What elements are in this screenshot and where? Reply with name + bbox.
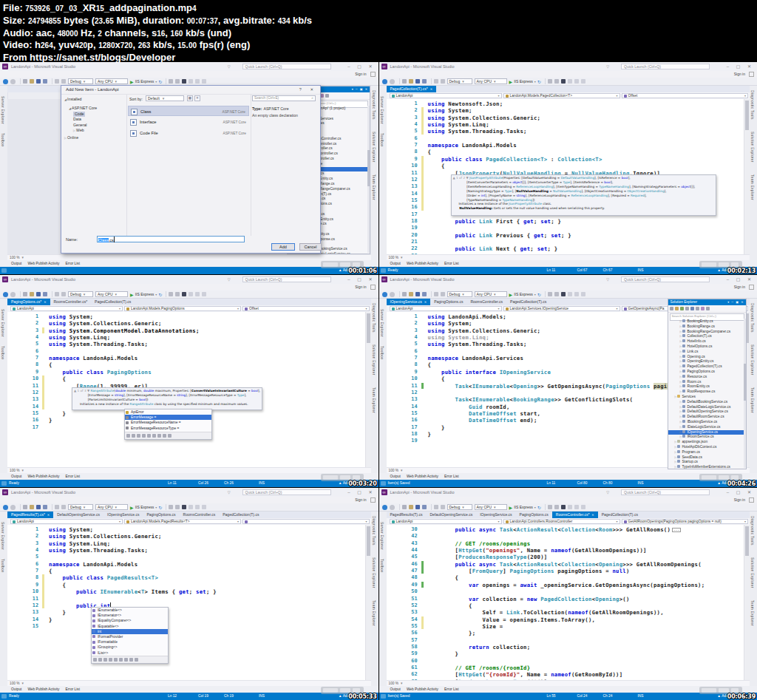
tool-icon[interactable] — [169, 79, 173, 84]
se-tool-icon[interactable] — [690, 307, 694, 310]
completion-item[interactable]: ErrorMessageResourceType = — [125, 426, 211, 431]
filter-icon[interactable] — [157, 434, 161, 438]
run-icon[interactable]: ▶ — [130, 79, 134, 84]
tree-item[interactable]: ▷Opening.cs — [668, 355, 744, 360]
completion-item[interactable]: IList<> — [92, 650, 168, 656]
document-tab[interactable]: PagingOptions.cs — [430, 299, 466, 305]
refresh-icon[interactable]: ↻ — [158, 505, 162, 510]
zoom-level[interactable]: 100 % — [389, 469, 399, 472]
filter-icon[interactable] — [98, 658, 102, 662]
tree-item[interactable]: ▷IRoomService.cs — [668, 435, 744, 440]
filter-icon[interactable] — [137, 434, 140, 438]
forward-button-icon[interactable] — [390, 292, 395, 297]
document-tab[interactable]: RoomsController.cs — [180, 512, 220, 518]
quick-launch-input[interactable]: Quick Launch (Ctrl+Q) — [242, 489, 331, 495]
refresh-icon[interactable]: ↻ — [158, 292, 162, 297]
tree-item[interactable]: ▷HotelApiDbContext.cs — [668, 445, 744, 450]
comment-icon[interactable] — [182, 292, 186, 296]
debug-config-dropdown[interactable]: Debug▾ — [447, 291, 472, 297]
new-file-icon[interactable] — [402, 505, 407, 509]
filter-icon[interactable] — [109, 658, 112, 662]
tree-item[interactable]: ▷Services — [668, 395, 744, 400]
save-icon[interactable] — [415, 292, 420, 296]
forward-button-icon[interactable] — [10, 79, 16, 84]
template-item[interactable]: Code FileASP.NET Core — [128, 128, 249, 138]
se-scrollbar-thumb[interactable] — [367, 150, 370, 187]
name-input[interactable]: Class.cs — [97, 236, 245, 242]
tree-item[interactable]: ▷TypeInfoMemberExtensions.cs — [668, 465, 744, 469]
sidebar-tab-server-explorer[interactable]: Server Explorer — [1, 96, 4, 124]
se-tool-icon[interactable] — [696, 307, 699, 310]
save-all-icon[interactable] — [422, 292, 427, 296]
window-buttons[interactable]: – ▢ ✕ — [727, 276, 754, 282]
window-buttons[interactable]: – ▢ ✕ — [347, 489, 375, 495]
tool-icon[interactable] — [581, 292, 585, 296]
save-icon[interactable] — [415, 505, 420, 509]
tool-icon[interactable] — [195, 505, 200, 509]
se-scrollbar-thumb[interactable] — [744, 364, 746, 401]
tool-icon[interactable] — [574, 292, 579, 296]
notification-flag-icon[interactable]: ▽ — [228, 64, 231, 69]
refresh-icon[interactable]: ↻ — [537, 505, 541, 510]
back-button-icon[interactable] — [3, 505, 8, 510]
undo-icon[interactable] — [434, 292, 438, 296]
bottom-tab[interactable]: Web Publish Activity — [27, 475, 59, 478]
filter-icon[interactable] — [114, 658, 118, 662]
filter-icon[interactable] — [152, 434, 156, 438]
tool-icon[interactable] — [195, 292, 200, 296]
tool-icon[interactable] — [169, 505, 173, 509]
tree-item[interactable]: ▷PagedCollection(T).cs — [668, 364, 744, 370]
dialog-title-buttons[interactable]: ? ✕ — [299, 86, 317, 94]
iis-express-label[interactable]: IIS Express — [135, 505, 155, 509]
sidebar-tab-solution-explorer[interactable]: Solution Explorer — [750, 132, 754, 163]
back-button-icon[interactable] — [382, 79, 387, 84]
completion-item[interactable]: IGrouping<> — [92, 645, 168, 650]
open-file-icon[interactable] — [409, 79, 413, 84]
refresh-icon[interactable]: ↻ — [537, 292, 541, 297]
details-view-icon[interactable]: ≡ — [194, 95, 200, 101]
tab-close-icon[interactable]: ✕ — [591, 513, 594, 517]
window-buttons[interactable]: – ▢ ✕ — [347, 64, 375, 69]
sidebar-tab-server-explorer[interactable]: Server Explorer — [380, 96, 384, 124]
nav-dropdown[interactable]: LandonApi.Models.PagedCollection<T>▾ — [503, 93, 620, 98]
notification-flag-icon[interactable]: ▽ — [606, 64, 609, 69]
sign-in-link[interactable]: Sign in — [355, 284, 366, 290]
run-icon[interactable]: ▶ — [509, 505, 513, 510]
bottom-tab[interactable]: Web Publish Activity — [27, 262, 59, 265]
save-all-icon[interactable] — [43, 505, 47, 509]
dialog-tree-item[interactable]: ◢ASP.NET Core — [69, 106, 97, 111]
document-tab[interactable]: PagedCollection(T).cs — [598, 512, 642, 518]
tree-item[interactable]: ▷DefaultOpeningService.cs — [668, 410, 744, 415]
sidebar-tab-team-explorer[interactable]: Team Explorer — [750, 600, 754, 626]
bottom-tab[interactable]: Error List — [444, 687, 458, 691]
undo-icon[interactable] — [55, 505, 59, 509]
dialog-search-input[interactable]: Search (Ctrl+E)⌕ — [252, 95, 316, 101]
filter-icon[interactable] — [93, 658, 97, 662]
tab-close-icon[interactable]: ✕ — [430, 87, 432, 91]
tool-icon[interactable] — [202, 505, 206, 509]
document-tab[interactable]: PagedResults(T).cs*✕ — [7, 512, 53, 518]
quick-launch-input[interactable]: Quick Launch (Ctrl+Q) — [621, 489, 710, 495]
new-file-icon[interactable] — [23, 79, 27, 84]
tool-icon[interactable] — [581, 79, 585, 84]
nav-dropdown[interactable]: LandonApi.Controllers.RoomsController▾ — [503, 519, 620, 524]
redo-icon[interactable] — [61, 292, 66, 296]
bottom-tab[interactable]: Error List — [444, 262, 458, 265]
tree-item[interactable]: ▷IBookingService.cs — [668, 420, 744, 425]
document-tab[interactable]: IOpeningService.cs✕ — [387, 299, 431, 305]
redo-icon[interactable] — [61, 79, 66, 84]
notification-flag-icon[interactable]: ▽ — [228, 277, 231, 282]
quick-launch-input[interactable]: Quick Launch (Ctrl+Q) — [621, 276, 710, 282]
tree-item[interactable]: ▷DefaultDateLogicService.cs — [668, 405, 744, 410]
refresh-icon[interactable]: ↻ — [158, 79, 162, 84]
sidebar-tab-diagnostic-tools[interactable]: Diagnostic Tools — [750, 516, 754, 546]
tool-icon[interactable] — [574, 79, 579, 84]
sidebar-tab-server-explorer[interactable]: Server Explorer — [1, 309, 4, 337]
platform-dropdown[interactable]: Any CPU▾ — [475, 504, 507, 510]
nav-dropdown[interactable]: Offset▾ — [622, 93, 749, 98]
iis-express-label[interactable]: IIS Express — [135, 79, 155, 84]
document-tab[interactable]: PagingOptions.cs — [516, 512, 552, 518]
completion-item[interactable]: ErrorMessageResourceName = — [125, 420, 211, 425]
nav-dropdown[interactable]: GetAllRoomOpenings(PagingOptions pagingO… — [622, 519, 749, 524]
nav-dropdown[interactable]: LandonApi▾ — [390, 519, 502, 524]
